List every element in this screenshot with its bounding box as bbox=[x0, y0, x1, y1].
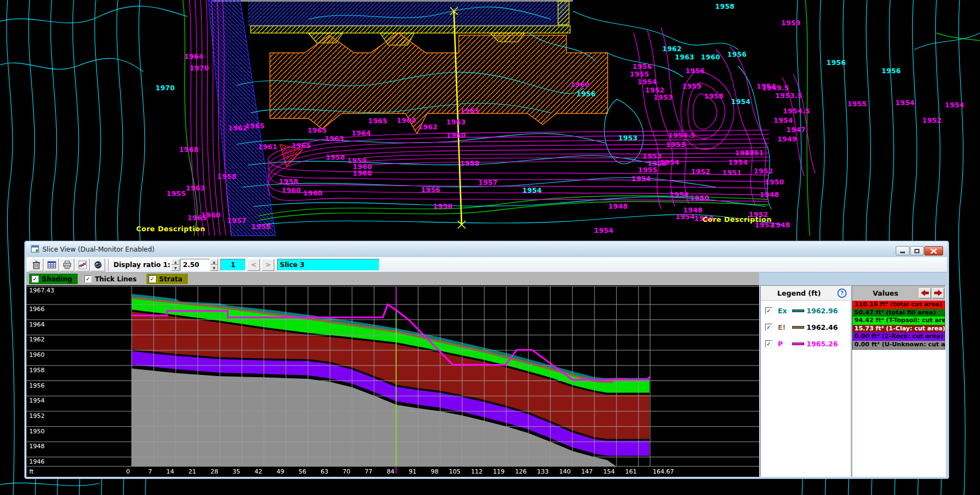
thick-lines-checkbox[interactable]: ✓ bbox=[84, 275, 91, 282]
x-axis-label: 112 bbox=[461, 468, 483, 475]
next-slice-button[interactable]: > bbox=[262, 259, 274, 271]
y-axis-label: 1954 bbox=[29, 397, 45, 404]
print-button[interactable] bbox=[59, 258, 74, 271]
legend-checkbox[interactable]: ✓ bbox=[765, 324, 772, 331]
y-axis-label: 1962 bbox=[29, 336, 45, 343]
y-axis-label: 1956 bbox=[29, 382, 45, 389]
values-row[interactable]: 94.42 ft² (T-Topsoil: cut area) bbox=[853, 317, 945, 325]
red-arrow-right-icon bbox=[934, 290, 942, 296]
strata-toggle[interactable]: ✓ Strata bbox=[147, 274, 188, 284]
legend-item-Ex[interactable]: ✓Ex1962.96 bbox=[765, 304, 850, 317]
spin-down-icon[interactable]: ▼ bbox=[210, 265, 218, 271]
y-axis-label: 1960 bbox=[29, 351, 45, 358]
x-axis-label: 14 bbox=[152, 468, 174, 475]
legend-item-value: 1962.96 bbox=[806, 307, 838, 315]
x-axis-label: 28 bbox=[196, 468, 218, 475]
magenta-contour bbox=[364, 157, 769, 161]
values-row[interactable]: 0.00 ft² (U-Unknown: cut area) bbox=[853, 341, 945, 349]
legend-checkbox[interactable]: ✓ bbox=[765, 340, 772, 347]
minimize-button[interactable] bbox=[896, 246, 909, 255]
spin-up-icon[interactable]: ▲ bbox=[171, 259, 180, 265]
x-axis-label: 119 bbox=[483, 468, 505, 475]
cyan-contour bbox=[959, 0, 965, 495]
legend-item-value: 1965.26 bbox=[806, 340, 838, 348]
values-rows: 110.16 ft² (total cut area)50.47 ft² (to… bbox=[852, 301, 945, 350]
x-axis-label: 105 bbox=[438, 468, 461, 475]
strata-checkbox[interactable]: ✓ bbox=[149, 275, 156, 282]
x-axis-label: 35 bbox=[218, 468, 240, 475]
window-titlebar[interactable]: Slice View (Dual-Monitor Enabled) bbox=[26, 242, 947, 257]
screen: 1964197019701968196319651962196519611965… bbox=[0, 0, 980, 495]
printer-icon bbox=[62, 260, 72, 270]
magenta-contour bbox=[189, 0, 198, 236]
display-ratio-label: Display ratio 1: bbox=[113, 261, 170, 269]
magenta-contours-right bbox=[634, 28, 815, 209]
y-axis-label: 1964 bbox=[29, 321, 45, 328]
slice-name-field[interactable]: Slice 3 bbox=[277, 259, 380, 271]
legend-item-E![interactable]: ✓E!1962.46 bbox=[765, 320, 850, 334]
shading-checkbox[interactable]: ✓ bbox=[31, 275, 39, 282]
delete-slice-button[interactable] bbox=[29, 258, 44, 271]
window-title: Slice View (Dual-Monitor Enabled) bbox=[42, 246, 155, 253]
y-axis-unit-label: ft bbox=[29, 468, 34, 475]
map-top-strip bbox=[212, 0, 573, 2]
strata-label: Strata bbox=[159, 275, 182, 283]
x-axis-label: 77 bbox=[350, 468, 372, 475]
slice-view-window: Slice View (Dual-Monitor Enabled) bbox=[24, 241, 949, 479]
values-title: Values bbox=[852, 289, 919, 297]
ratio-spinner[interactable]: ▲▼ bbox=[210, 259, 218, 271]
shading-toggle[interactable]: ✓ Shading bbox=[29, 274, 78, 284]
x-axis-label: 70 bbox=[328, 468, 350, 475]
y-axis-label: 1966 bbox=[29, 306, 45, 313]
values-row[interactable]: 50.47 ft² (total fill area) bbox=[853, 309, 945, 317]
profile-chart-button[interactable] bbox=[75, 258, 90, 271]
shading-label: Shading bbox=[42, 275, 72, 283]
view-3d-button[interactable] bbox=[90, 258, 105, 271]
close-button[interactable] bbox=[924, 246, 943, 255]
orange-hatch-area bbox=[270, 33, 608, 134]
values-row[interactable]: 110.16 ft² (total cut area) bbox=[853, 301, 945, 309]
legend-swatch bbox=[792, 326, 804, 329]
legend-rows: ✓Ex1962.96✓E!1962.46✓P1965.26 bbox=[761, 304, 850, 350]
chart-icon bbox=[78, 260, 88, 270]
maximize-button[interactable] bbox=[910, 246, 924, 255]
thick-lines-toggle[interactable]: ✓ Thick Lines bbox=[82, 274, 142, 284]
x-axis-label: 21 bbox=[174, 468, 196, 475]
legend-item-value: 1962.46 bbox=[806, 323, 838, 331]
legend-item-P[interactable]: ✓P1965.26 bbox=[765, 337, 850, 350]
maximize-icon bbox=[914, 249, 919, 253]
help-button[interactable]: ? bbox=[837, 289, 847, 298]
legend-item-label: E! bbox=[778, 323, 792, 331]
view-options-row: ✓ Shading ✓ Thick Lines ✓ Strata bbox=[26, 273, 759, 285]
spin-down-icon[interactable]: ▼ bbox=[171, 265, 180, 271]
legend-item-label: P bbox=[778, 340, 792, 348]
y-axis-label: 1950 bbox=[29, 428, 45, 435]
x-axis-label: 91 bbox=[394, 468, 416, 475]
y-axis-label: 1952 bbox=[29, 412, 45, 420]
x-axis-label: 42 bbox=[240, 468, 262, 475]
slice-counter-field[interactable]: 1 bbox=[220, 259, 246, 271]
slice-table-button[interactable] bbox=[44, 258, 59, 271]
ratio-input[interactable]: 2.50 bbox=[180, 259, 210, 271]
legend-header: Legend (ft) ? bbox=[761, 286, 850, 301]
prev-slice-button[interactable]: < bbox=[247, 259, 260, 271]
values-row[interactable]: 15.73 ft² (1-Clay: cut area) bbox=[853, 325, 945, 333]
values-row[interactable]: 0.00 ft² (2-Rock: cut area) bbox=[853, 333, 945, 341]
toolbar-separator bbox=[108, 259, 110, 271]
y-axis-label: 1958 bbox=[29, 367, 45, 374]
spin-up-icon[interactable]: ▲ bbox=[210, 259, 218, 265]
legend-checkbox[interactable]: ✓ bbox=[765, 307, 772, 314]
x-axis-label: 0 bbox=[108, 468, 130, 475]
legend-swatch bbox=[792, 342, 804, 345]
trash-icon bbox=[31, 260, 41, 270]
magenta-contour bbox=[201, 0, 209, 236]
values-prev-button[interactable] bbox=[919, 288, 931, 298]
cyan-contour bbox=[7, 0, 14, 495]
x-axis-label: 7 bbox=[130, 468, 152, 475]
legend-panel: Legend (ft) ? ✓Ex1962.96✓E!1962.46✓P1965… bbox=[760, 285, 851, 477]
legend-swatch bbox=[792, 309, 804, 312]
slice-chart-canvas bbox=[26, 285, 759, 477]
values-next-button[interactable] bbox=[932, 288, 944, 298]
table-icon bbox=[47, 260, 57, 270]
display-ratio-spinner[interactable]: ▲▼ bbox=[171, 259, 180, 271]
